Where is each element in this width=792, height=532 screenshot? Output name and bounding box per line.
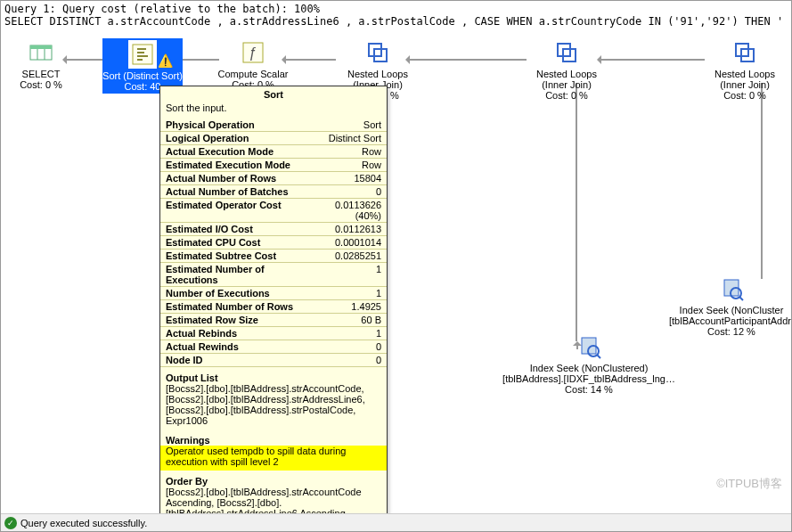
- svg-text:ƒ: ƒ: [249, 45, 257, 61]
- operator-nested-loops-3[interactable]: Nested Loops (Inner Join) Cost: 0 %: [705, 38, 785, 101]
- operator-label: Nested Loops: [536, 69, 597, 79]
- tooltip-row-value: Distinct Sort: [306, 132, 387, 145]
- operator-label: Nested Loops: [714, 69, 775, 79]
- tooltip-row-key: Estimated Operator Cost: [160, 199, 306, 223]
- tooltip-warnings-header: Warnings: [160, 430, 387, 446]
- sort-icon: [128, 40, 157, 69]
- tooltip-row-key: Estimated Number of Executions: [160, 263, 306, 287]
- nested-loops-icon: [552, 38, 581, 67]
- operator-cost: Cost: 0 %: [527, 90, 607, 101]
- status-bar: ✓ Query executed successfully.: [1, 513, 791, 531]
- index-seek-icon: [717, 274, 746, 303]
- operator-label: Index Seek (NonCluster: [680, 305, 784, 315]
- operator-tooltip: Sort Sort the input. Physical OperationS…: [159, 86, 388, 532]
- tooltip-row-value: 0.0113626 (40%): [306, 199, 387, 223]
- operator-sublabel: (Inner Join): [720, 79, 770, 90]
- svg-rect-1: [30, 45, 52, 49]
- tooltip-row-value: 1.4925: [306, 300, 387, 314]
- operator-sublabel: (Distinct Sort): [123, 70, 183, 81]
- tooltip-title: Sort: [160, 86, 387, 102]
- tooltip-row-key: Estimated Row Size: [160, 314, 306, 327]
- tooltip-output-list: [Bocss2].[dbo].[tblBAddress].strAccountC…: [160, 383, 387, 430]
- tooltip-row: Actual Rebinds1: [160, 327, 387, 340]
- plan-arrow: [406, 59, 527, 61]
- operator-index-seek-1[interactable]: Index Seek (NonClustered) [tblBAddress].…: [500, 332, 678, 395]
- query-cost-line: Query 1: Query cost (relative to the bat…: [4, 3, 788, 15]
- query-sql-line: SELECT DISTINCT a.strAccountCode , a.str…: [4, 15, 788, 28]
- query-header: Query 1: Query cost (relative to the bat…: [1, 1, 791, 30]
- tooltip-row: Actual Rewinds0: [160, 340, 387, 354]
- operator-cost: Cost: 0 %: [705, 90, 785, 101]
- tooltip-row: Estimated I/O Cost0.0112613: [160, 223, 387, 236]
- execution-plan-canvas[interactable]: SELECT Cost: 0 % ⚠️ Sort (Distinct Sort)…: [1, 29, 791, 513]
- operator-compute-scalar[interactable]: ƒ Compute Scalar Cost: 0 %: [213, 38, 293, 90]
- tooltip-row-value: 1: [306, 327, 387, 340]
- tooltip-row-value: 15804: [306, 172, 387, 185]
- operator-label: Compute Scalar: [218, 69, 289, 79]
- tooltip-row: Actual Execution ModeRow: [160, 145, 387, 159]
- tooltip-row: Physical OperationSort: [160, 119, 387, 132]
- compute-scalar-icon: ƒ: [239, 38, 267, 67]
- status-ok-icon: ✓: [4, 517, 17, 529]
- tooltip-row: Estimated Row Size60 B: [160, 314, 387, 327]
- operator-label: Sort: [102, 70, 120, 81]
- tooltip-row: Estimated CPU Cost0.0001014: [160, 236, 387, 250]
- tooltip-row-value: 0.0112613: [306, 223, 387, 236]
- tooltip-row: Estimated Number of Rows1.4925: [160, 300, 387, 314]
- tooltip-row-key: Estimated Subtree Cost: [160, 250, 306, 263]
- tooltip-warnings: Operator used tempdb to spill data durin…: [160, 446, 387, 471]
- select-icon: [27, 38, 55, 67]
- tooltip-row-key: Estimated I/O Cost: [160, 223, 306, 236]
- tooltip-row-value: Sort: [306, 119, 387, 132]
- tooltip-row-key: Estimated CPU Cost: [160, 236, 306, 250]
- operator-index-seek-2[interactable]: Index Seek (NonCluster [tblBAccountParti…: [669, 274, 791, 337]
- tooltip-row-value: Row: [306, 159, 387, 172]
- warning-icon: ⚠️: [158, 54, 173, 68]
- operator-label: Nested Loops: [347, 69, 408, 79]
- tooltip-description: Sort the input.: [160, 102, 387, 119]
- tooltip-row-value: 0: [306, 185, 387, 199]
- svg-line-18: [739, 297, 743, 300]
- operator-label: Index Seek (NonClustered): [530, 363, 649, 373]
- plan-arrow: [598, 59, 705, 61]
- tooltip-row: Logical OperationDistinct Sort: [160, 132, 387, 145]
- tooltip-row-key: Actual Rewinds: [160, 340, 306, 354]
- plan-connector: [576, 83, 577, 341]
- nested-loops-icon: [731, 38, 759, 67]
- tooltip-row-key: Estimated Execution Mode: [160, 159, 306, 172]
- tooltip-row: Estimated Number of Executions1: [160, 263, 387, 287]
- operator-sublabel: [tblBAddress].[IDXF_tblBAddress_lng…: [500, 373, 678, 384]
- tooltip-row-value: Row: [306, 145, 387, 159]
- svg-line-15: [597, 355, 600, 358]
- svg-rect-4: [133, 45, 152, 64]
- tooltip-row-key: Actual Execution Mode: [160, 145, 306, 159]
- operator-cost: Cost: 14 %: [500, 384, 678, 395]
- tooltip-row-value: 1: [306, 263, 387, 287]
- tooltip-row: Estimated Operator Cost0.0113626 (40%): [160, 199, 387, 223]
- tooltip-row-key: Logical Operation: [160, 132, 306, 145]
- tooltip-row-key: Estimated Number of Rows: [160, 300, 306, 314]
- tooltip-row-key: Actual Number of Batches: [160, 185, 306, 199]
- tooltip-row-value: 0: [306, 354, 387, 367]
- operator-select[interactable]: SELECT Cost: 0 %: [1, 38, 81, 90]
- operator-sublabel: [tblBAccountParticipantAddre: [669, 315, 791, 326]
- index-seek-icon: [575, 332, 603, 361]
- tooltip-row: Estimated Subtree Cost0.0285251: [160, 250, 387, 263]
- tooltip-output-list-header: Output List: [160, 367, 387, 383]
- operator-cost: Cost: 0 %: [1, 79, 81, 90]
- operator-sublabel: (Inner Join): [542, 79, 592, 90]
- tooltip-row-value: 0.0001014: [306, 236, 387, 250]
- tooltip-row-value: 0: [306, 340, 387, 354]
- plan-connector: [761, 83, 763, 279]
- watermark: ©ITPUB博客: [716, 476, 782, 492]
- tooltip-row: Node ID0: [160, 354, 387, 367]
- operator-label: SELECT: [22, 69, 61, 79]
- operator-cost: Cost: 12 %: [669, 326, 791, 337]
- tooltip-row: Number of Executions1: [160, 287, 387, 300]
- tooltip-row-key: Physical Operation: [160, 119, 306, 132]
- tooltip-orderby-header: Order By: [160, 471, 387, 487]
- operator-nested-loops-2[interactable]: Nested Loops (Inner Join) Cost: 0 %: [527, 38, 607, 101]
- nested-loops-icon: [363, 38, 392, 67]
- tooltip-row-value: 1: [306, 287, 387, 300]
- status-text: Query executed successfully.: [20, 518, 147, 528]
